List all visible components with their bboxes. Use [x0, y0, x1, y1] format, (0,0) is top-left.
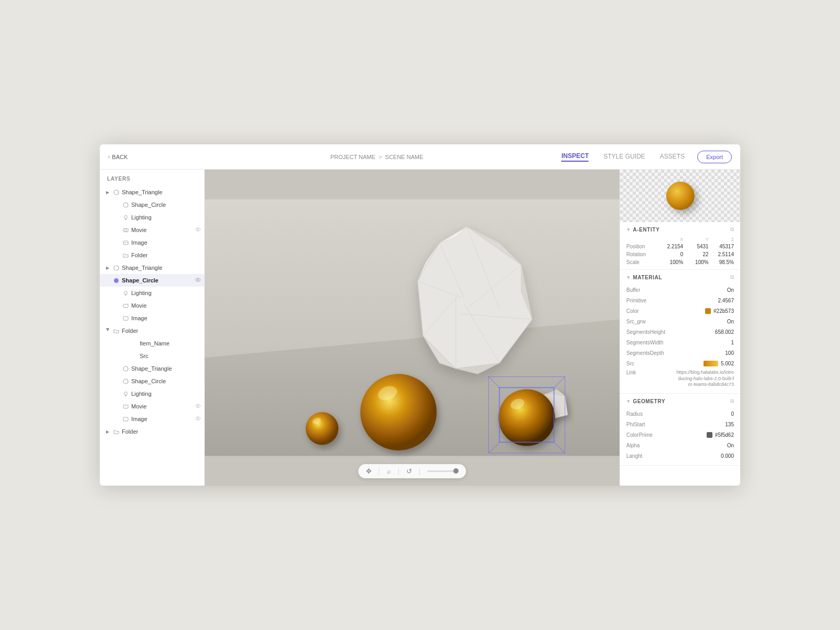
svg-point-16 — [123, 366, 128, 371]
layer-item[interactable]: ▶ Shape_Triangle — [100, 186, 204, 198]
visibility-icon — [195, 278, 201, 283]
scale-label: Scale — [626, 259, 658, 265]
link-label: Link — [626, 370, 636, 375]
movie-icon — [122, 403, 129, 410]
move-tool-icon[interactable]: ✥ — [366, 467, 372, 475]
visibility-icon — [195, 416, 201, 422]
layer-item[interactable]: ▶ Folder — [100, 425, 204, 438]
undo-icon[interactable]: ↺ — [406, 467, 412, 475]
section-toggle-icon: ▼ — [626, 275, 631, 280]
search-tool-icon[interactable]: ⌕ — [387, 467, 391, 475]
breadcrumb-separator: > — [379, 154, 382, 160]
layer-name: Shape_Circle — [131, 202, 201, 208]
zoom-slider-thumb[interactable] — [454, 468, 459, 474]
layer-item-selected[interactable]: Shape_Circle — [100, 274, 204, 287]
chevron-left-icon: ‹ — [108, 154, 110, 160]
scene-svg — [205, 170, 620, 486]
position-label: Position — [626, 244, 658, 249]
alpha-value: On — [727, 443, 734, 448]
svg-point-0 — [114, 190, 119, 195]
back-label: BACK — [112, 154, 128, 160]
bulb-icon — [122, 289, 129, 297]
toolbar-divider — [419, 468, 420, 475]
src-label: Src — [626, 361, 634, 366]
layer-name: Movie — [131, 403, 193, 410]
layer-name: Lighting — [131, 290, 201, 296]
layer-name: Folder — [131, 252, 201, 258]
phi-start-row: PhiStart 135 — [626, 419, 734, 429]
layer-name: Shape_Triangle — [122, 189, 201, 195]
scale-row: Scale 100% 100% 98.5% — [626, 259, 734, 265]
geometry-section: ▼ GEOMETRY ⧉ Radius 0 PhiStart 135 Color… — [620, 394, 740, 466]
tab-style-guide[interactable]: STYLE GUIDE — [603, 153, 645, 161]
segments-height-value: 658.002 — [715, 329, 734, 335]
layer-item[interactable]: Image — [100, 413, 204, 425]
layer-item[interactable]: ▶ Shape_Triangle — [100, 261, 204, 274]
buffer-value: On — [727, 287, 734, 293]
layer-item[interactable]: Src — [100, 350, 204, 362]
spacer — [123, 341, 128, 346]
rotation-y: 22 — [683, 251, 708, 257]
layer-item[interactable]: Shape_Circle — [100, 375, 204, 387]
svg-point-23 — [197, 418, 198, 419]
sidebar: LAYERS ▶ Shape_Triangle Shape_Circle — [100, 170, 205, 486]
layer-item[interactable]: Shape_Triangle — [100, 362, 204, 375]
layer-item[interactable]: Lighting — [100, 287, 204, 299]
color-swatch — [705, 308, 711, 314]
breadcrumb: PROJECT NAME > SCENE NAME — [192, 154, 561, 160]
segments-height-row: SegmentsHeight 658.002 — [626, 327, 734, 337]
visibility-icon — [195, 227, 201, 233]
spacer — [114, 416, 120, 422]
layer-item[interactable]: Shape_Circle — [100, 198, 204, 211]
link-value[interactable]: https://blog.halalabs.io/introducing-hal… — [676, 370, 734, 388]
copy-icon[interactable]: ⧉ — [730, 274, 734, 280]
color-value: #22b573 — [705, 308, 734, 314]
layer-item[interactable]: Lighting — [100, 211, 204, 224]
layer-item[interactable]: Image — [100, 312, 204, 324]
image-icon — [122, 314, 129, 322]
a-entity-section: ▼ A-ENTITY ⧉ X Y Z Position 2.2154 5431 — [620, 222, 740, 270]
copy-icon[interactable]: ⧉ — [730, 398, 734, 404]
spacer — [114, 391, 120, 396]
layer-item[interactable]: Movie — [100, 400, 204, 413]
svg-rect-20 — [123, 405, 128, 408]
material-section: ▼ MATERIAL ⧉ Buffer On Primitive 2.4567 … — [620, 270, 740, 394]
radius-value: 0 — [731, 411, 734, 417]
svg-point-17 — [123, 379, 128, 384]
export-button[interactable]: Export — [697, 151, 732, 163]
radius-row: Radius 0 — [626, 408, 734, 419]
layer-name: Item_Name — [140, 340, 201, 346]
circle-outline-icon — [122, 201, 129, 208]
movie-icon — [122, 226, 129, 234]
layer-item[interactable]: Lighting — [100, 387, 204, 400]
primitive-row: Primitive 2.4567 — [626, 295, 734, 306]
segments-depth-row: SegmentsDepth 100 — [626, 348, 734, 358]
layer-item[interactable]: Item_Name — [100, 337, 204, 350]
zoom-slider[interactable] — [427, 470, 459, 472]
layer-item[interactable]: Movie — [100, 224, 204, 236]
phi-start-value: 135 — [725, 422, 734, 427]
position-x: 2.2154 — [658, 244, 683, 249]
layer-name: Src — [140, 353, 201, 359]
tab-assets[interactable]: ASSETS — [660, 153, 685, 161]
spacer — [114, 379, 120, 384]
position-z: 45317 — [709, 244, 734, 249]
canvas-area[interactable]: ✥ ⌕ ↺ — [205, 170, 620, 486]
copy-icon[interactable]: ⧉ — [730, 226, 734, 233]
layers-label: LAYERS — [100, 176, 204, 186]
svg-point-11 — [197, 279, 198, 280]
right-panel: ▼ A-ENTITY ⧉ X Y Z Position 2.2154 5431 — [620, 170, 740, 486]
preview-area — [620, 170, 740, 222]
color-prime-label: ColorPrime — [626, 432, 653, 438]
svg-rect-3 — [125, 219, 127, 220]
layer-item[interactable]: Movie — [100, 299, 204, 312]
position-row: Position 2.2154 5431 45317 — [626, 244, 734, 249]
layer-item[interactable]: Folder — [100, 249, 204, 261]
svg-point-9 — [114, 266, 119, 270]
back-button[interactable]: ‹ BACK — [108, 154, 192, 160]
layer-item[interactable]: Image — [100, 236, 204, 249]
position-y: 5431 — [683, 244, 708, 249]
tab-inspect[interactable]: INSPECT — [561, 152, 589, 162]
layer-item[interactable]: ▶ Folder — [100, 324, 204, 337]
layer-name: Shape_Triangle — [131, 365, 201, 372]
